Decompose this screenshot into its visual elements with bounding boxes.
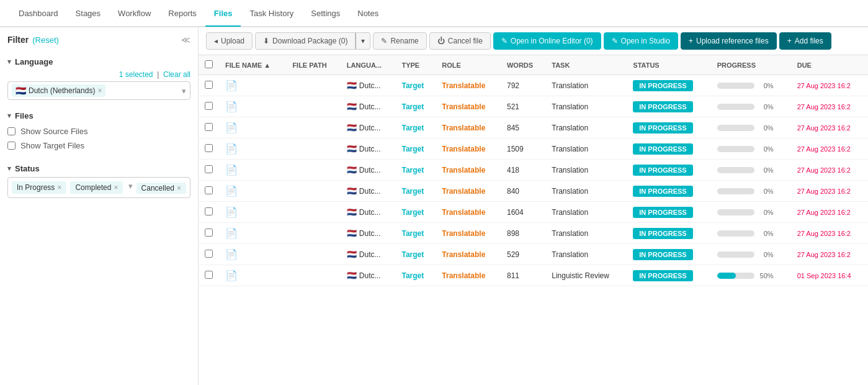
row-checkbox-cell[interactable] xyxy=(199,181,219,202)
upload-reference-button[interactable]: + Upload reference files xyxy=(681,32,777,50)
lang-tag-container: 🇳🇱 Dutch (Netherlands) × ▾ xyxy=(7,81,190,100)
row-language: 🇳🇱 Dutc... xyxy=(341,265,396,286)
row-checkbox[interactable] xyxy=(205,165,213,173)
lang-dropdown-arrow-icon[interactable]: ▾ xyxy=(182,86,186,96)
add-files-icon: + xyxy=(787,37,792,45)
row-checkbox[interactable] xyxy=(205,144,213,152)
row-words: 521 xyxy=(501,96,545,117)
row-lang-text: Dutc... xyxy=(359,187,381,196)
row-checkbox-cell[interactable] xyxy=(199,244,219,265)
row-checkbox[interactable] xyxy=(205,81,213,89)
row-words: 792 xyxy=(501,75,545,96)
completed-remove[interactable]: × xyxy=(114,183,118,192)
files-section-header[interactable]: ▾ Files xyxy=(7,106,190,124)
row-status: IN PROGRESS xyxy=(627,138,710,160)
row-checkbox[interactable] xyxy=(205,250,213,258)
row-flag-icon: 🇳🇱 xyxy=(347,102,357,111)
header-select-all[interactable] xyxy=(199,55,219,75)
row-file-name: 📄 xyxy=(219,117,286,138)
progress-bar xyxy=(717,167,754,173)
progress-bar xyxy=(717,273,754,279)
row-type: Target xyxy=(395,265,436,286)
toolbar: ◂ Upload ⬇ Download Package (0) ▾ ✎ Rena… xyxy=(199,27,868,55)
row-task: Translation xyxy=(545,244,627,265)
open-online-editor-button[interactable]: ✎ Open in Online Editor (0) xyxy=(493,32,601,50)
nav-item-workflow[interactable]: Workflow xyxy=(109,1,159,27)
row-checkbox-cell[interactable] xyxy=(199,202,219,223)
download-package-split[interactable]: ▾ xyxy=(356,32,370,50)
row-due: 27 Aug 2023 16:2 xyxy=(791,202,868,223)
row-progress: 0% xyxy=(711,202,791,223)
row-task: Translation xyxy=(545,223,627,244)
language-section-header[interactable]: ▾ Language xyxy=(7,52,190,70)
row-file-path xyxy=(286,117,340,138)
row-checkbox[interactable] xyxy=(205,229,213,237)
dutch-lang-label: Dutch (Netherlands) xyxy=(29,86,95,95)
row-due: 27 Aug 2023 16:2 xyxy=(791,181,868,202)
select-all-checkbox[interactable] xyxy=(205,60,213,68)
row-role: Translatable xyxy=(436,160,501,181)
in-progress-remove[interactable]: × xyxy=(57,183,61,192)
status-badge: IN PROGRESS xyxy=(633,165,692,176)
row-file-path xyxy=(286,181,340,202)
row-checkbox-cell[interactable] xyxy=(199,75,219,96)
row-role: Translatable xyxy=(436,202,501,223)
row-flag-icon: 🇳🇱 xyxy=(347,229,357,238)
row-type: Target xyxy=(395,223,436,244)
row-checkbox-cell[interactable] xyxy=(199,117,219,138)
row-status: IN PROGRESS xyxy=(627,160,710,181)
row-task: Translation xyxy=(545,181,627,202)
status-section-header[interactable]: ▾ Status xyxy=(7,159,190,177)
top-nav: Dashboard Stages Workflow Reports Files … xyxy=(0,0,868,27)
progress-bar xyxy=(717,251,754,258)
back-button[interactable]: ◂ Upload xyxy=(206,32,253,50)
nav-item-reports[interactable]: Reports xyxy=(159,1,205,27)
row-checkbox-cell[interactable] xyxy=(199,96,219,117)
row-checkbox[interactable] xyxy=(205,207,213,215)
file-doc-icon: 📄 xyxy=(225,122,238,133)
nav-item-files[interactable]: Files xyxy=(205,1,241,27)
show-source-checkbox[interactable] xyxy=(7,127,16,135)
filter-reset[interactable]: (Reset) xyxy=(32,35,59,45)
row-progress: 0% xyxy=(711,244,791,265)
status-dropdown-arrow-icon[interactable]: ▾ xyxy=(128,181,133,194)
row-words: 845 xyxy=(501,117,545,138)
download-package-button[interactable]: ⬇ Download Package (0) xyxy=(255,32,356,50)
nav-item-notes[interactable]: Notes xyxy=(349,1,387,27)
file-doc-icon: 📄 xyxy=(225,186,238,196)
row-checkbox-cell[interactable] xyxy=(199,138,219,160)
row-file-path xyxy=(286,265,340,286)
row-checkbox-cell[interactable] xyxy=(199,160,219,181)
rename-button[interactable]: ✎ Rename xyxy=(373,32,426,50)
collapse-btn[interactable]: ≪ xyxy=(181,35,190,45)
in-progress-label: In Progress xyxy=(17,183,55,192)
cancelled-remove[interactable]: × xyxy=(177,184,181,192)
status-badge: IN PROGRESS xyxy=(633,270,692,281)
add-files-button[interactable]: + Add files xyxy=(779,32,831,50)
row-checkbox[interactable] xyxy=(205,186,213,194)
show-target-checkbox[interactable] xyxy=(7,142,16,150)
dutch-flag-icon: 🇳🇱 xyxy=(16,86,26,96)
dutch-tag-remove[interactable]: × xyxy=(97,86,102,95)
nav-item-dashboard[interactable]: Dashboard xyxy=(10,1,67,27)
open-studio-button[interactable]: ✎ Open in Studio xyxy=(604,32,678,50)
header-file-name[interactable]: FILE NAME ▲ xyxy=(219,55,286,75)
nav-item-settings[interactable]: Settings xyxy=(302,1,349,27)
row-role: Translatable xyxy=(436,75,501,96)
status-badge: IN PROGRESS xyxy=(633,249,692,260)
cancel-file-button[interactable]: ⏻ Cancel file xyxy=(429,32,491,50)
nav-item-stages[interactable]: Stages xyxy=(67,1,109,27)
row-checkbox[interactable] xyxy=(205,102,213,110)
row-checkbox[interactable] xyxy=(205,271,213,279)
language-chevron-icon: ▾ xyxy=(7,58,11,66)
nav-item-task-history[interactable]: Task History xyxy=(241,1,302,27)
row-lang-text: Dutc... xyxy=(359,208,381,217)
row-words: 418 xyxy=(501,160,545,181)
row-checkbox-cell[interactable] xyxy=(199,223,219,244)
file-doc-icon: 📄 xyxy=(225,249,238,260)
clear-all-link[interactable]: Clear all xyxy=(163,70,190,79)
upload-ref-icon: + xyxy=(689,37,693,45)
row-checkbox[interactable] xyxy=(205,123,213,131)
row-checkbox-cell[interactable] xyxy=(199,265,219,286)
back-icon: ◂ xyxy=(214,37,218,45)
